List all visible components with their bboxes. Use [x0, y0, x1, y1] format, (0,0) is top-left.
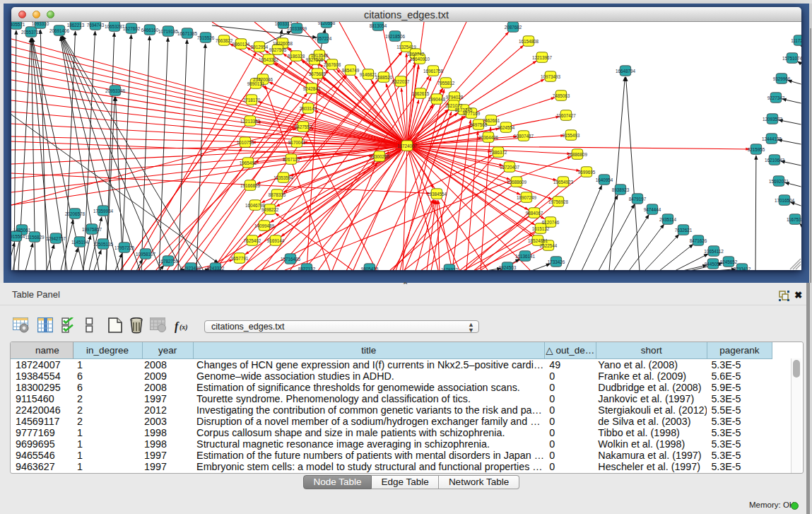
svg-text:12444135: 12444135 — [762, 136, 782, 141]
svg-text:8454749: 8454749 — [342, 68, 360, 73]
svg-text:1527602: 1527602 — [123, 26, 141, 31]
svg-text:1860742: 1860742 — [407, 52, 425, 57]
svg-text:16648794: 16648794 — [616, 69, 636, 74]
svg-text:15692071: 15692071 — [769, 179, 789, 184]
svg-text:2367608: 2367608 — [324, 62, 341, 67]
svg-text:9242843: 9242843 — [303, 86, 321, 91]
svg-text:16033809: 16033809 — [287, 26, 307, 31]
svg-text:8938923: 8938923 — [612, 187, 630, 192]
svg-text:7663822: 7663822 — [216, 38, 233, 43]
svg-text:19218506: 19218506 — [385, 34, 406, 39]
svg-text:2522544: 2522544 — [540, 243, 558, 248]
svg-text:1862213: 1862213 — [67, 23, 85, 28]
svg-text:6466160: 6466160 — [141, 28, 159, 33]
svg-text:16961758: 16961758 — [423, 69, 444, 74]
svg-text:10654112: 10654112 — [704, 249, 724, 254]
svg-text:17016504: 17016504 — [775, 198, 795, 203]
svg-text:1117253: 1117253 — [791, 38, 801, 43]
svg-text:8479197: 8479197 — [629, 197, 647, 201]
svg-text:1010755: 1010755 — [237, 140, 254, 145]
svg-text:20553715: 20553715 — [21, 30, 42, 35]
svg-text:9329966: 9329966 — [773, 76, 791, 81]
svg-text:12213383: 12213383 — [240, 119, 261, 124]
svg-text:7632621: 7632621 — [675, 228, 693, 233]
svg-text:7485063: 7485063 — [553, 93, 570, 98]
svg-text:14099489: 14099489 — [254, 223, 275, 228]
svg-text:8793412: 8793412 — [734, 267, 751, 271]
svg-text:2087682: 2087682 — [505, 25, 522, 30]
svg-text:8827132: 8827132 — [298, 267, 316, 271]
svg-text:12093573: 12093573 — [763, 117, 783, 122]
svg-text:20364436: 20364436 — [478, 135, 499, 140]
svg-text:9227342: 9227342 — [767, 95, 785, 100]
svg-text:7462661: 7462661 — [483, 118, 500, 123]
svg-text:19654923: 19654923 — [553, 180, 574, 185]
svg-text:9884067: 9884067 — [526, 211, 543, 216]
svg-text:10653287: 10653287 — [105, 24, 125, 29]
svg-text:1167533: 1167533 — [787, 217, 801, 222]
svg-text:16886809: 16886809 — [567, 152, 588, 157]
svg-text:2718170: 2718170 — [243, 98, 261, 103]
svg-text:f: f — [175, 320, 180, 333]
svg-text:3915564: 3915564 — [11, 234, 25, 239]
svg-text:7386372: 7386372 — [490, 150, 507, 155]
svg-text:19975867: 19975867 — [82, 227, 102, 232]
svg-text:18300295: 18300295 — [370, 154, 390, 159]
svg-text:8427552: 8427552 — [295, 124, 312, 129]
svg-text:11325419: 11325419 — [396, 45, 416, 49]
svg-text:18907249: 18907249 — [517, 195, 537, 200]
svg-text:9155493: 9155493 — [563, 133, 580, 138]
svg-text:(x): (x) — [180, 323, 188, 332]
svg-text:18226058: 18226058 — [273, 41, 293, 46]
svg-text:16671385: 16671385 — [177, 31, 198, 36]
svg-text:15720407: 15720407 — [500, 165, 520, 170]
svg-text:8878335: 8878335 — [269, 192, 286, 197]
svg-text:11353594: 11353594 — [273, 175, 293, 180]
svg-text:11156829: 11156829 — [25, 235, 45, 240]
svg-text:1485061: 1485061 — [13, 228, 31, 233]
svg-text:1990448: 1990448 — [428, 97, 446, 102]
svg-text:16543382: 16543382 — [259, 57, 279, 62]
svg-text:8912954: 8912954 — [251, 45, 269, 49]
svg-text:12505135: 12505135 — [93, 242, 114, 247]
svg-text:8471626: 8471626 — [690, 238, 707, 243]
svg-text:9805415: 9805415 — [361, 267, 379, 271]
svg-text:9924503: 9924503 — [499, 265, 517, 270]
svg-text:16640910: 16640910 — [410, 57, 430, 62]
svg-text:10973493: 10973493 — [541, 74, 561, 79]
svg-text:16154808: 16154808 — [519, 39, 539, 44]
svg-text:9657791: 9657791 — [231, 256, 249, 261]
svg-text:1145194: 1145194 — [71, 240, 89, 245]
svg-text:20691406: 20691406 — [49, 28, 70, 33]
svg-text:1913546: 1913546 — [311, 53, 329, 58]
svg-text:17359934: 17359934 — [93, 209, 114, 214]
svg-text:1179322: 1179322 — [441, 267, 459, 271]
svg-text:7625402: 7625402 — [244, 238, 261, 243]
svg-text:8215955: 8215955 — [748, 147, 765, 152]
svg-text:10958107: 10958107 — [136, 252, 156, 257]
svg-text:11607427: 11607427 — [556, 113, 576, 118]
svg-text:1733426: 1733426 — [548, 259, 565, 264]
svg-text:9699695: 9699695 — [578, 170, 596, 175]
svg-text:16782759: 16782759 — [158, 259, 179, 264]
svg-text:3624554: 3624554 — [498, 125, 515, 130]
svg-text:8813054: 8813054 — [370, 23, 387, 28]
svg-text:17957225: 17957225 — [114, 245, 135, 250]
svg-text:20206578: 20206578 — [65, 211, 86, 216]
svg-text:9327508: 9327508 — [306, 57, 324, 62]
svg-text:7357224: 7357224 — [314, 36, 332, 41]
svg-text:6497568: 6497568 — [470, 122, 488, 127]
svg-text:10688609: 10688609 — [507, 180, 527, 185]
svg-text:9327505: 9327505 — [269, 47, 287, 52]
svg-text:7694743: 7694743 — [87, 23, 105, 28]
svg-text:1588520: 1588520 — [375, 75, 393, 80]
svg-text:20953346: 20953346 — [105, 88, 126, 93]
svg-text:12923488: 12923488 — [181, 266, 201, 271]
svg-text:10719185: 10719185 — [158, 29, 179, 34]
svg-text:9243322: 9243322 — [207, 266, 225, 271]
svg-text:2803144: 2803144 — [300, 106, 317, 111]
svg-text:8322037: 8322037 — [392, 79, 410, 84]
svg-text:9860124: 9860124 — [233, 42, 250, 47]
svg-text:9474444: 9474444 — [644, 207, 661, 212]
svg-text:1362615: 1362615 — [412, 91, 430, 96]
